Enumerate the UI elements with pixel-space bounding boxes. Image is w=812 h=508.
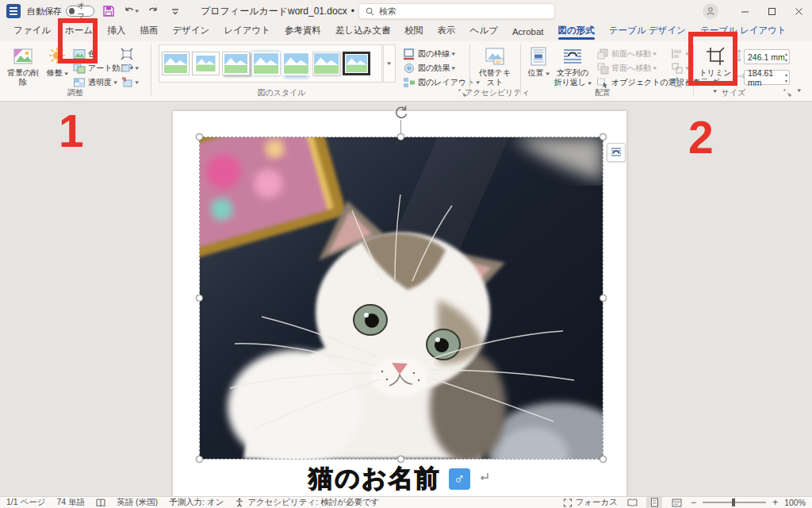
saved-separator: • xyxy=(351,6,354,17)
language-indicator[interactable]: 英語 (米国) xyxy=(117,497,158,508)
tab-mailings[interactable]: 差し込み文書 xyxy=(328,21,398,41)
tab-layout[interactable]: レイアウト xyxy=(216,21,278,41)
tab-design[interactable]: デザイン xyxy=(165,21,216,41)
search-input[interactable]: 検索 xyxy=(358,3,555,19)
size-dialog-launcher[interactable] xyxy=(783,89,791,97)
tab-table-design[interactable]: テーブル デザイン xyxy=(602,21,693,41)
picture-border-button[interactable]: 図の枠線 ▾ xyxy=(403,48,455,60)
page-indicator[interactable]: 1/1 ページ xyxy=(6,497,46,508)
status-right: フォーカス − + 100% xyxy=(563,497,806,508)
read-mode-icon xyxy=(627,498,638,507)
print-layout-button[interactable] xyxy=(646,497,662,508)
compress-picture-button[interactable] xyxy=(121,48,133,60)
corrections-label: 修整 xyxy=(47,68,63,77)
zoom-out-button[interactable]: − xyxy=(691,497,696,508)
height-stepper[interactable]: ▴▾ xyxy=(785,51,787,64)
zoom-level[interactable]: 100% xyxy=(784,498,806,507)
annotation-number-1: 1 xyxy=(59,109,84,154)
layout-options-button[interactable] xyxy=(607,143,626,162)
tab-review[interactable]: 校閲 xyxy=(398,21,431,41)
undo-button[interactable]: ▾ xyxy=(123,3,139,19)
group-separator xyxy=(520,44,521,95)
close-button[interactable] xyxy=(785,0,812,22)
shape-width-input[interactable]: 184.61 mm ▴▾ xyxy=(744,70,790,85)
tab-references[interactable]: 参考資料 xyxy=(278,21,328,41)
resize-handle-w[interactable] xyxy=(196,294,203,302)
picture-style-1[interactable] xyxy=(162,52,190,75)
redo-button[interactable] xyxy=(145,3,161,19)
shape-height-value: 246.1 mm xyxy=(748,52,785,62)
ribbon-tabs: ファイル ホーム 挿入 描画 デザイン レイアウト 参考資料 差し込み文書 校閲… xyxy=(0,21,794,41)
save-button[interactable] xyxy=(101,3,117,19)
annotation-box-1 xyxy=(58,18,98,64)
group-separator xyxy=(151,44,151,95)
remove-background-button[interactable]: 背景の削除 xyxy=(6,46,40,87)
autosave-toggle[interactable]: オフ xyxy=(66,6,94,17)
caption-text[interactable]: 猫のお名前 xyxy=(308,462,440,495)
collapse-ribbon-button[interactable]: ▾ xyxy=(798,87,801,94)
picture-effects-button[interactable]: 図の効果 ▾ xyxy=(403,62,455,75)
picture-style-2[interactable] xyxy=(192,52,220,75)
maximize-button[interactable] xyxy=(758,0,785,22)
send-backward-button[interactable]: 背面へ移動 ▾ xyxy=(596,62,657,75)
wrap-text-label: 文字列の折り返し xyxy=(554,68,589,87)
accessibility-checker[interactable]: アクセシビリティ: 検討が必要です xyxy=(235,497,379,508)
picture-layout-label: 図のレイアウト xyxy=(418,77,474,88)
picture-style-5[interactable] xyxy=(282,52,310,75)
autosave-label: 自動保存 xyxy=(27,6,62,17)
shape-height-input[interactable]: 246.1 mm ▴▾ xyxy=(744,49,790,64)
resize-handle-ne[interactable] xyxy=(599,133,607,140)
resize-handle-e[interactable] xyxy=(599,294,607,302)
align-objects-button[interactable]: ▾ xyxy=(671,48,689,60)
word-count[interactable]: 74 単語 xyxy=(57,497,86,508)
tab-picture-format[interactable]: 図の形式 xyxy=(551,21,602,41)
remove-background-icon xyxy=(13,46,33,67)
document-page[interactable]: 猫のお名前 ♂ xyxy=(173,111,626,496)
change-picture-button[interactable]: ▾ xyxy=(121,62,139,75)
picture-border-icon xyxy=(403,48,416,60)
focus-mode-button[interactable]: フォーカス xyxy=(563,497,618,508)
web-layout-button[interactable] xyxy=(668,497,684,508)
tab-help[interactable]: ヘルプ xyxy=(463,21,505,41)
width-stepper[interactable]: ▴▾ xyxy=(785,71,787,84)
tab-draw[interactable]: 描画 xyxy=(132,21,165,41)
tab-file[interactable]: ファイル xyxy=(6,21,58,41)
picture-style-7[interactable] xyxy=(343,52,370,75)
resize-handle-nw[interactable] xyxy=(196,133,203,140)
send-backward-icon xyxy=(596,62,609,75)
customize-qat-button[interactable] xyxy=(167,3,183,19)
gallery-more-button[interactable]: ▾ xyxy=(383,44,396,83)
alt-text-button[interactable]: 代替テキスト xyxy=(476,46,514,87)
account-button[interactable] xyxy=(703,3,718,19)
group-objects-button[interactable]: ▾ xyxy=(671,62,689,75)
wrap-text-button[interactable]: 文字列の折り返し ▾ xyxy=(553,46,592,87)
tab-view[interactable]: 表示 xyxy=(431,21,463,41)
text-prediction-indicator[interactable]: 予測入力: オン xyxy=(169,497,224,508)
rotate-objects-button[interactable]: ▾ xyxy=(671,76,689,89)
rotate-handle[interactable] xyxy=(393,104,410,121)
group-objects-icon xyxy=(671,62,684,75)
male-symbol: ♂ xyxy=(454,470,465,487)
resize-handle-n[interactable] xyxy=(397,133,404,140)
selected-picture[interactable] xyxy=(200,137,603,459)
reset-picture-button[interactable]: ▾ xyxy=(121,76,139,89)
print-layout-icon xyxy=(650,498,659,507)
tab-acrobat[interactable]: Acrobat xyxy=(505,24,551,41)
arrange-group-label: 配置 xyxy=(579,87,626,98)
zoom-slider-handle[interactable] xyxy=(732,498,735,506)
read-mode-button[interactable] xyxy=(624,497,640,508)
position-button[interactable]: 位置 ▾ xyxy=(525,46,552,78)
picture-style-4[interactable] xyxy=(252,52,280,75)
picture-style-6[interactable] xyxy=(312,52,340,75)
picture-style-3[interactable] xyxy=(222,52,250,75)
male-symbol-badge[interactable]: ♂ xyxy=(449,468,470,490)
minimize-button[interactable] xyxy=(731,0,758,22)
proofing-button[interactable] xyxy=(96,498,105,507)
window-controls xyxy=(703,0,812,22)
bring-forward-button[interactable]: 前面へ移動 ▾ xyxy=(596,48,657,60)
zoom-slider[interactable] xyxy=(703,502,766,503)
picture-styles-gallery xyxy=(159,44,382,83)
redo-icon xyxy=(147,5,159,17)
tab-insert[interactable]: 挿入 xyxy=(100,21,132,41)
zoom-in-button[interactable]: + xyxy=(772,497,778,508)
